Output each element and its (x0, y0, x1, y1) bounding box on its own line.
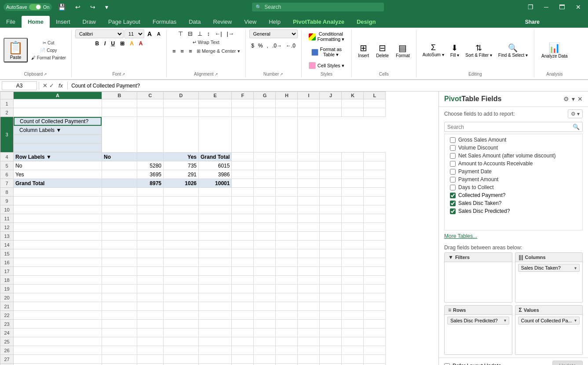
comments-button[interactable]: Comments (548, 16, 584, 28)
fill-button[interactable]: ⬇ Fill ▾ (448, 41, 462, 59)
cell-D4[interactable]: Yes (164, 153, 199, 161)
cell-D7[interactable]: 1026 (164, 179, 199, 188)
analyze-data-button[interactable]: 📊 Analyze Data (538, 40, 571, 60)
cell-B5[interactable] (102, 161, 137, 170)
col-header-E[interactable]: E (199, 92, 232, 99)
cell-H5[interactable] (276, 161, 298, 170)
align-left-button[interactable]: ≡ (170, 47, 178, 55)
cell-L2[interactable] (364, 108, 386, 117)
cell-L7[interactable] (364, 179, 386, 188)
cell-G7[interactable] (254, 179, 276, 188)
field-checkbox-gross-sales[interactable] (450, 137, 456, 143)
cell-J7[interactable] (320, 179, 342, 188)
cell-styles-button[interactable]: Cell Styles ▾ (305, 60, 348, 71)
font-size-select[interactable]: 11 (124, 29, 144, 38)
cell-H6[interactable] (276, 170, 298, 179)
cell-A3[interactable]: Count of Collected Payment? (14, 117, 102, 126)
cell-L5[interactable] (364, 161, 386, 170)
pivot-rows-area[interactable]: ≡ Rows Sales Disc Predicted? ▾ (444, 305, 512, 355)
formula-input[interactable] (69, 82, 586, 90)
cell-E4[interactable]: Grand Total (199, 153, 232, 161)
cell-F7[interactable] (232, 179, 254, 188)
tab-view[interactable]: View (238, 16, 263, 28)
comma-button[interactable]: , (265, 42, 270, 50)
cell-I6[interactable] (298, 170, 320, 179)
align-center-button[interactable]: ≡ (179, 47, 186, 55)
cell-I1[interactable] (298, 99, 320, 108)
pivot-values-area[interactable]: Σ Values Count of Collected Pa... ▾ (515, 305, 583, 355)
tab-file[interactable]: File (0, 16, 22, 28)
pivot-collapse-button[interactable]: ▾ (572, 95, 575, 102)
cell-D1[interactable] (164, 99, 199, 108)
tab-formulas[interactable]: Formulas (146, 16, 183, 28)
col-header-I[interactable]: I (298, 92, 320, 99)
cell-F4[interactable] (232, 153, 254, 161)
cell-C4[interactable] (137, 153, 164, 161)
tab-draw[interactable]: Draw (77, 16, 102, 28)
cell-J1[interactable] (320, 99, 342, 108)
insert-cells-button[interactable]: ⊞ Insert (355, 41, 372, 60)
format-painter-button[interactable]: 🖌 Format Painter (29, 55, 68, 61)
cell-H3[interactable] (199, 117, 232, 153)
cell-H7[interactable] (276, 179, 298, 188)
field-checkbox-volume-discount[interactable] (450, 145, 456, 151)
cell-H4[interactable] (276, 153, 298, 161)
cell-J5[interactable] (320, 161, 342, 170)
col-header-B[interactable]: B (102, 92, 137, 99)
align-right-button[interactable]: ≡ (186, 47, 194, 55)
cell-K1[interactable] (342, 99, 364, 108)
col-header-A[interactable]: A (14, 92, 102, 99)
font-color-button[interactable]: A (137, 40, 145, 47)
tab-pagelayout[interactable]: Page Layout (102, 16, 146, 28)
cell-L6[interactable] (364, 170, 386, 179)
cell-F5[interactable] (232, 161, 254, 170)
pivot-fields-list[interactable]: Gross Sales Amount Volume Discount Net S… (444, 134, 583, 230)
share-button[interactable]: Share (520, 17, 545, 27)
defer-layout-checkbox[interactable] (444, 363, 450, 365)
cell-E7[interactable]: 10001 (199, 179, 232, 188)
row-field-dropdown-icon[interactable]: ▾ (504, 318, 506, 323)
paste-button[interactable]: 📋 Paste (4, 38, 28, 62)
field-checkbox-collected-payment[interactable] (450, 193, 456, 198)
name-box[interactable] (2, 81, 37, 90)
cell-H2[interactable] (276, 108, 298, 117)
cancel-formula-icon[interactable]: ✕ (43, 82, 47, 89)
wrap-text-button[interactable]: ↵ Wrap Text (191, 39, 221, 46)
row-field-tag-sales-disc-predicted[interactable]: Sales Disc Predicted? ▾ (447, 317, 509, 325)
tab-data[interactable]: Data (183, 16, 207, 28)
field-checkbox-sales-disc-predicted[interactable] (450, 208, 456, 214)
tab-help[interactable]: Help (263, 16, 287, 28)
autosum-button[interactable]: Σ AutoSum ▾ (420, 41, 447, 59)
delete-cells-button[interactable]: ⊟ Delete (373, 41, 391, 60)
cell-C6[interactable]: 3695 (137, 170, 164, 179)
col-header-C[interactable]: C (137, 92, 164, 99)
more-tables-link[interactable]: More Tables... (439, 230, 588, 242)
cell-K6[interactable] (342, 170, 364, 179)
pivot-search-input[interactable] (447, 124, 573, 130)
number-expand-icon[interactable]: ↗ (280, 72, 283, 77)
save-button[interactable]: 💾 (55, 4, 69, 11)
cell-D2[interactable] (164, 108, 199, 117)
undo-button[interactable]: ↩ (72, 4, 84, 11)
cell-I7[interactable] (298, 179, 320, 188)
merge-center-button[interactable]: ⊞ Merge & Center ▾ (195, 47, 242, 55)
value-field-tag-count-collected[interactable]: Count of Collected Pa... ▾ (518, 317, 580, 325)
cell-L4[interactable] (364, 153, 386, 161)
field-checkbox-payment-amount[interactable] (450, 177, 456, 182)
cell-K4[interactable] (342, 153, 364, 161)
cell-B4[interactable]: No (102, 153, 137, 161)
cell-B1[interactable] (102, 99, 137, 108)
cell-A7[interactable]: Grand Total (14, 179, 102, 188)
field-checkbox-net-sales[interactable] (450, 153, 456, 159)
restore-window-button[interactable]: ❐ (524, 4, 537, 11)
find-select-button[interactable]: 🔍 Find & Select ▾ (496, 41, 530, 59)
increase-decimal-button[interactable]: .0→ (270, 42, 284, 50)
cell-E5[interactable]: 6015 (199, 161, 232, 170)
pivot-field-settings-button[interactable]: ⚙ ▾ (568, 110, 583, 118)
cell-J3[interactable] (254, 117, 276, 153)
cell-I5[interactable] (298, 161, 320, 170)
cell-B3[interactable]: Column Labels ▼ (14, 126, 102, 135)
cell-A5[interactable]: No (14, 161, 102, 170)
tab-pivottable-analyze[interactable]: PivotTable Analyze (287, 16, 351, 28)
cell-B7[interactable] (102, 179, 137, 188)
